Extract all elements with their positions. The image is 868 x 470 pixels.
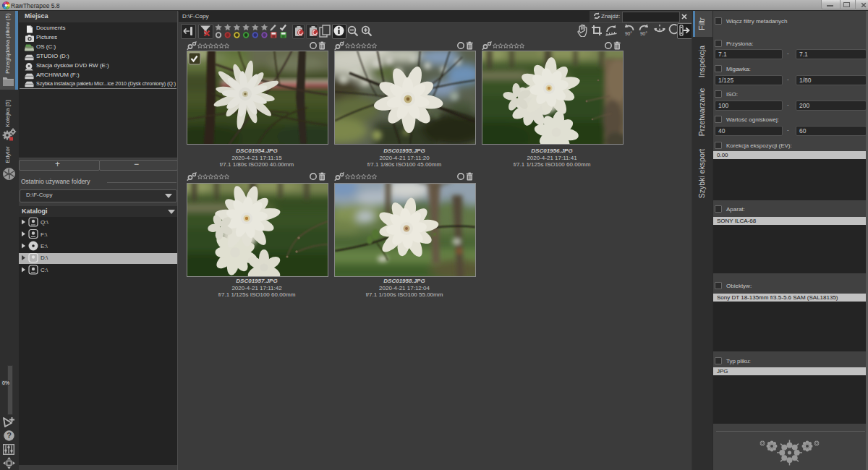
svg-text:?: ? — [7, 431, 12, 440]
